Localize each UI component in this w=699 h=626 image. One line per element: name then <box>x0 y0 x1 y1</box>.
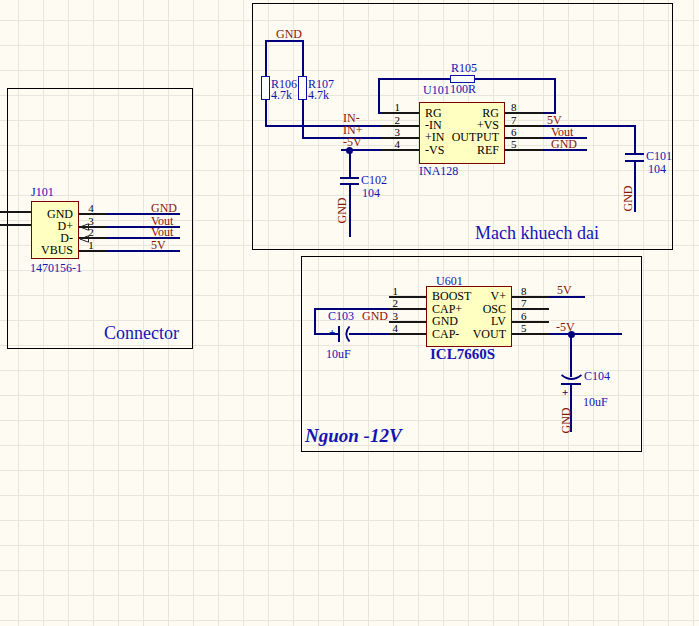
net-label-gnd-vertical[interactable]: GND <box>560 401 573 441</box>
capacitor-c102-plate[interactable] <box>340 177 359 179</box>
wire[interactable] <box>265 40 304 42</box>
u101-pin2-stub[interactable] <box>381 125 419 127</box>
c104-polarity: + <box>562 387 568 398</box>
wire[interactable] <box>349 150 351 178</box>
net-label-gnd[interactable]: GND <box>362 310 388 323</box>
u601-pin8-number: 8 <box>521 285 527 297</box>
u101-pin1-stub[interactable] <box>381 112 419 114</box>
net-label-gnd-vertical[interactable]: GND <box>336 191 349 231</box>
c104-designator[interactable]: C104 <box>584 370 610 383</box>
r106-value[interactable]: 4.7k <box>271 89 292 102</box>
j101-pin-name-vbus: VBUS <box>35 244 73 257</box>
wire[interactable] <box>349 333 389 335</box>
wire[interactable] <box>475 78 556 80</box>
u601-part[interactable]: ICL7660S <box>430 348 495 361</box>
capacitor-c104-curved-plate <box>561 374 582 382</box>
u101-pin4-number: 4 <box>388 138 400 150</box>
wire[interactable] <box>554 78 556 114</box>
wire[interactable] <box>378 78 450 80</box>
wire[interactable] <box>302 99 304 139</box>
connector-block-title[interactable]: Connector <box>104 327 179 340</box>
input-triangle-icon <box>79 223 89 231</box>
u601-pin1-number: 1 <box>386 285 398 297</box>
power-block-title[interactable]: Nguon -12V <box>305 429 402 442</box>
wire[interactable] <box>349 185 351 237</box>
capacitor-c101-plate[interactable] <box>625 153 644 155</box>
amplifier-block-title[interactable]: Mach khuech dai <box>475 227 599 240</box>
j101-designator[interactable]: J101 <box>31 186 54 199</box>
wire-left-entry-1[interactable] <box>0 211 31 213</box>
r107-value[interactable]: 4.7k <box>308 89 329 102</box>
u101-pin1-number: 1 <box>388 101 400 113</box>
net-label-5v[interactable]: 5V <box>151 239 166 252</box>
wire[interactable] <box>314 308 316 335</box>
c102-value[interactable]: 104 <box>362 187 380 200</box>
u101-pin5-number: 5 <box>511 138 517 150</box>
wire[interactable] <box>570 334 572 377</box>
schematic-sheet: Connector J101 GND D+ D- VBUS 1470156-1 … <box>0 0 699 626</box>
c101-value[interactable]: 104 <box>648 163 666 176</box>
r105-designator[interactable]: R105 <box>451 62 477 75</box>
wire-5v[interactable] <box>107 250 180 252</box>
u101-designator[interactable]: U101 <box>423 84 450 97</box>
capacitor-c103-plate[interactable] <box>338 326 340 342</box>
u101-pin8-number: 8 <box>511 101 517 113</box>
u101-pin6-number: 6 <box>511 126 517 138</box>
net-label-minus-5v[interactable]: -5V <box>343 136 362 149</box>
input-triangle-icon <box>79 235 89 243</box>
u601-pin8-stub[interactable] <box>512 296 549 298</box>
u601-pin6-stub[interactable] <box>512 321 549 323</box>
u101-pin3-number: 3 <box>388 126 400 138</box>
c103-designator[interactable]: C103 <box>328 310 354 323</box>
wire-in-minus[interactable] <box>265 125 381 127</box>
resistor-r107[interactable] <box>298 76 307 100</box>
u601-pin5-number: 5 <box>521 322 527 334</box>
u101-pin4-stub[interactable] <box>381 149 419 151</box>
wire[interactable] <box>634 125 636 154</box>
r105-value[interactable]: 100R <box>450 83 476 96</box>
wire[interactable] <box>265 40 267 77</box>
u101-pin5-name: REF <box>429 144 499 157</box>
wire[interactable] <box>302 40 304 77</box>
j101-part-number[interactable]: 1470156-1 <box>30 262 82 275</box>
wire[interactable] <box>378 78 380 114</box>
net-label-gnd[interactable]: GND <box>551 138 577 151</box>
c104-value[interactable]: 10uF <box>583 396 608 409</box>
c103-value[interactable]: 10uF <box>326 348 351 361</box>
u601-pin7-stub[interactable] <box>512 308 549 310</box>
u101-pin2-number: 2 <box>388 114 400 126</box>
u601-pin5-stub[interactable] <box>512 333 549 335</box>
j101-pin4-number: 4 <box>86 202 96 214</box>
wire[interactable] <box>265 99 267 127</box>
u601-pin7-number: 7 <box>521 297 527 309</box>
u101-part[interactable]: INA128 <box>419 165 458 178</box>
wire-in-plus[interactable] <box>302 137 381 139</box>
u101-pin3-stub[interactable] <box>381 137 419 139</box>
wire-left-entry-2[interactable] <box>0 224 31 226</box>
net-label-gnd-vertical[interactable]: GND <box>622 179 635 219</box>
c103-polarity: + <box>329 327 335 338</box>
u101-pin7-number: 7 <box>511 114 517 126</box>
u601-pin6-number: 6 <box>521 310 527 322</box>
resistor-r106[interactable] <box>261 76 270 100</box>
u601-pin5-name: VOUT <box>436 328 506 341</box>
net-label-5v[interactable]: 5V <box>557 284 572 297</box>
